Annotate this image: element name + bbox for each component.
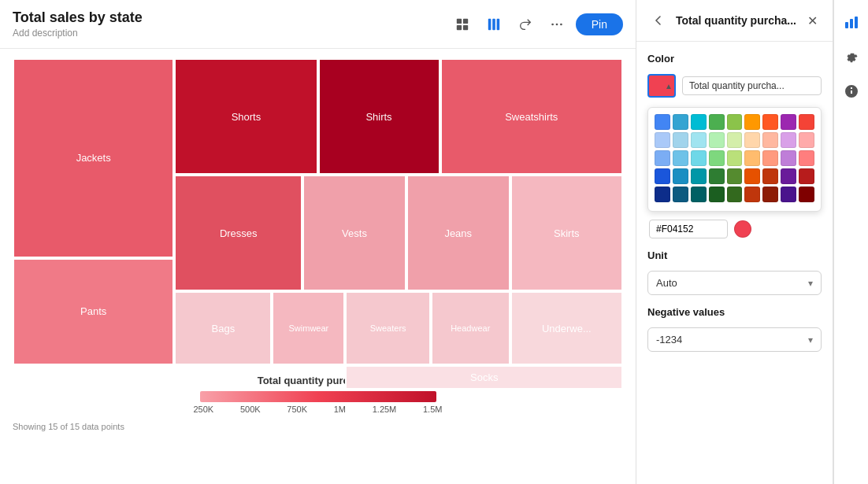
sidebar-gear-icon[interactable] <box>837 42 866 71</box>
palette-color-cell[interactable] <box>744 132 760 148</box>
palette-color-cell[interactable] <box>709 114 725 130</box>
more-options-button[interactable] <box>544 12 569 37</box>
svg-point-9 <box>560 23 562 25</box>
main-panel: Total sales by state Add description Pin… <box>0 0 636 484</box>
treemap-cell-shorts: Shorts <box>174 58 317 175</box>
negative-label: Negative values <box>647 306 822 318</box>
chevron-up-icon: ▲ <box>665 82 673 91</box>
palette-color-cell[interactable] <box>727 168 743 184</box>
palette-color-cell[interactable] <box>762 168 778 184</box>
palette-color-cell[interactable] <box>709 132 725 148</box>
treemap-cell-label: Sweaters <box>370 323 406 333</box>
color-selector-row: ▲ <box>647 74 822 98</box>
palette-color-cell[interactable] <box>799 114 814 130</box>
color-section: Color ▲ <box>647 53 822 238</box>
palette-color-cell[interactable] <box>799 187 814 202</box>
card-view-button[interactable] <box>481 12 506 37</box>
palette-color-cell[interactable] <box>799 168 814 184</box>
table-view-button[interactable] <box>450 12 475 37</box>
palette-color-cell[interactable] <box>727 132 743 148</box>
palette-color-cell[interactable] <box>655 187 670 202</box>
sidebar-info-icon[interactable] <box>837 77 866 105</box>
palette-color-cell[interactable] <box>727 187 743 202</box>
palette-color-cell[interactable] <box>727 150 743 166</box>
svg-rect-1 <box>463 18 468 23</box>
hex-input[interactable] <box>649 220 728 238</box>
svg-rect-11 <box>850 19 853 28</box>
treemap-cell-label: Shirts <box>365 111 391 123</box>
treemap-cell-label: Jackets <box>76 152 111 164</box>
share-button[interactable] <box>513 12 538 37</box>
treemap-cell-pants: Pants <box>13 258 174 366</box>
palette-color-cell[interactable] <box>655 168 670 184</box>
unit-label: Unit <box>647 249 822 261</box>
palette-color-cell[interactable] <box>781 168 796 184</box>
unit-dropdown[interactable]: Auto ▾ <box>647 271 822 295</box>
palette-color-cell[interactable] <box>799 132 814 148</box>
palette-color-cell[interactable] <box>691 168 707 184</box>
palette-color-cell[interactable] <box>691 132 707 148</box>
palette-color-cell[interactable] <box>709 150 725 166</box>
palette-color-cell[interactable] <box>781 132 796 148</box>
header-left: Total sales by state Add description <box>13 9 450 39</box>
palette-color-cell[interactable] <box>744 114 760 130</box>
header-actions: Pin <box>450 12 623 37</box>
svg-rect-2 <box>457 24 462 29</box>
palette-color-cell[interactable] <box>744 187 760 202</box>
palette-color-cell[interactable] <box>691 187 707 202</box>
legend-labels: 250K500K750K1M1.25M1.5M <box>194 405 443 414</box>
treemap-cell-label: Underwe... <box>542 323 592 334</box>
chart-area: JacketsShortsShirtsSweatshirtsPantsDress… <box>0 49 636 484</box>
palette-color-cell[interactable] <box>691 150 707 166</box>
color-swatch-inner <box>651 79 663 92</box>
pin-button[interactable]: Pin <box>576 13 623 35</box>
sidebar <box>833 0 868 484</box>
palette-color-cell[interactable] <box>673 114 688 130</box>
chart-title: Total sales by state <box>13 9 450 26</box>
palette-color-cell[interactable] <box>799 150 814 166</box>
color-label: Color <box>647 53 822 65</box>
palette-color-cell[interactable] <box>709 187 725 202</box>
current-color-circle <box>734 220 751 238</box>
treemap-cell-vests: Vests <box>302 175 406 291</box>
palette-color-cell[interactable] <box>655 150 670 166</box>
palette-color-cell[interactable] <box>673 132 688 148</box>
palette-color-cell[interactable] <box>762 150 778 166</box>
treemap-cell-label: Skirts <box>554 227 580 239</box>
treemap-cell-dresses: Dresses <box>174 175 302 291</box>
negative-dropdown[interactable]: -1234 ▾ <box>647 327 822 352</box>
palette-color-cell[interactable] <box>691 114 707 130</box>
palette-color-cell[interactable] <box>655 114 670 130</box>
header: Total sales by state Add description Pin <box>0 0 636 49</box>
palette-color-cell[interactable] <box>727 114 743 130</box>
palette-color-cell[interactable] <box>762 132 778 148</box>
treemap-cell-shirts: Shirts <box>318 58 440 175</box>
palette-color-cell[interactable] <box>781 150 796 166</box>
palette-color-cell[interactable] <box>762 114 778 130</box>
palette-color-cell[interactable] <box>781 114 796 130</box>
legend-label: 1.25M <box>373 405 397 414</box>
back-button[interactable] <box>647 9 670 31</box>
color-swatch-button[interactable]: ▲ <box>647 74 676 98</box>
close-button[interactable]: ✕ <box>803 11 822 30</box>
treemap-cell-label: Bags <box>212 323 236 334</box>
palette-color-cell[interactable] <box>673 150 688 166</box>
legend-label: 1.5M <box>423 405 442 414</box>
svg-rect-0 <box>457 18 462 23</box>
palette-color-cell[interactable] <box>673 187 688 202</box>
palette-color-cell[interactable] <box>673 168 688 184</box>
chart-subtitle[interactable]: Add description <box>13 28 450 39</box>
color-label-input[interactable] <box>682 76 822 95</box>
palette-color-cell[interactable] <box>709 168 725 184</box>
palette-color-cell[interactable] <box>655 132 670 148</box>
treemap: JacketsShortsShirtsSweatshirtsPantsDress… <box>13 58 623 365</box>
chevron-down-icon-2: ▾ <box>808 334 813 345</box>
palette-color-cell[interactable] <box>762 187 778 202</box>
palette-color-cell[interactable] <box>744 168 760 184</box>
sidebar-bar-chart-icon[interactable] <box>837 8 866 36</box>
svg-rect-10 <box>845 22 848 28</box>
svg-point-7 <box>551 23 554 25</box>
palette-color-cell[interactable] <box>744 150 760 166</box>
palette-color-cell[interactable] <box>781 187 796 202</box>
treemap-cell-headwear: Headwear <box>431 291 510 365</box>
